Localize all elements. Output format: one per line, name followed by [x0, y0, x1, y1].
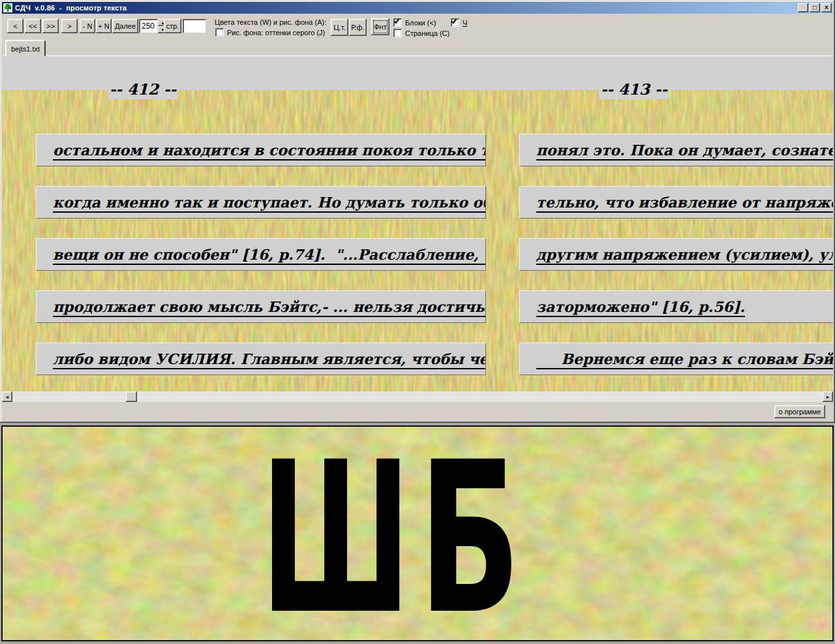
status-bar: о программе	[2, 402, 833, 421]
scroll-right-button[interactable]: ►	[823, 391, 833, 402]
text-line: остальном и находится в состоянии покоя …	[53, 142, 486, 159]
page-number-input[interactable]	[183, 19, 206, 33]
text-line: тельно, что избавление от напряжения мож…	[536, 194, 833, 211]
minimize-icon: _	[801, 6, 805, 12]
maximize-button[interactable]: □	[810, 3, 820, 12]
text-line-strip: тельно, что избавление от напряжения мож…	[519, 186, 833, 219]
main-window: СДЧ v.0.86 - просмотр текста _ □ × < << …	[0, 0, 835, 423]
next-button[interactable]: Далее	[112, 19, 138, 33]
nav-prev-button[interactable]: <<	[25, 19, 41, 33]
grayscale-label: Рис. фона: оттенки серого (J)	[227, 29, 325, 37]
colors-label: Цвета текста (W) и рис. фона (А):	[215, 18, 326, 26]
scrollbar-thumb[interactable]	[126, 391, 137, 402]
page-mode-label: Страница (С)	[405, 29, 449, 37]
eye-chart-letter-sh: Ш	[261, 434, 410, 641]
text-line-strip: понял это. Пока он думает, сознательно и…	[519, 134, 833, 166]
minimize-button[interactable]: _	[798, 3, 808, 12]
eye-chart-panel: Ш Б	[1, 425, 834, 641]
text-line: другим напряжением (усилием), улучшение …	[536, 246, 833, 263]
blocks-label: Блоки (<)	[405, 19, 436, 27]
text-line-strip: продолжает свою мысль Бэйтс,- ... нельзя…	[36, 290, 486, 323]
scroll-left-icon: ◄	[5, 395, 10, 399]
text-line: вещи он не способен" [16, p.74]. "...Рас…	[53, 246, 486, 263]
text-line: либо видом УСИЛИЯ. Главным является, что…	[53, 350, 486, 367]
speed-input[interactable]	[139, 19, 158, 33]
text-line-strip: заторможено" [16, p.56].	[519, 290, 833, 323]
nav-next-button[interactable]: >>	[42, 19, 59, 33]
text-view-area: -- 412 -- -- 413 -- остальном и находитс…	[2, 56, 833, 391]
window-title: СДЧ v.0.86 - просмотр текста	[15, 4, 127, 12]
text-color-button[interactable]: Ц.т.	[331, 19, 348, 36]
minus-n-button[interactable]: - N	[80, 19, 95, 33]
horizontal-scrollbar[interactable]: ◄ ►	[2, 391, 833, 402]
page-number-412: -- 412 --	[108, 78, 177, 99]
ch-label: Ч	[463, 19, 467, 27]
scroll-right-icon: ►	[826, 395, 830, 399]
text-line-strip: либо видом УСИЛИЯ. Главным является, что…	[36, 343, 486, 375]
close-button[interactable]: ×	[821, 3, 832, 12]
maximize-icon: □	[813, 5, 817, 11]
blocks-checkbox[interactable]	[393, 18, 402, 27]
font-button[interactable]: Фнт	[371, 18, 389, 35]
title-bar[interactable]: СДЧ v.0.86 - просмотр текста _ □ ×	[2, 2, 833, 14]
text-line: Вернемся еще раз к словам Бэйтса о том,	[536, 350, 833, 367]
text-line: продолжает свою мысль Бэйтс,- ... нельзя…	[53, 298, 486, 315]
text-line-strip: Вернемся еще раз к словам Бэйтса о том,	[519, 343, 833, 375]
check-icon	[394, 18, 399, 24]
nav-first-button[interactable]: <	[7, 19, 23, 33]
text-line: когда именно так и поступает. Но думать …	[53, 194, 486, 211]
ch-checkbox[interactable]	[451, 18, 459, 27]
text-line-strip: вещи он не способен" [16, p.74]. "...Рас…	[36, 238, 486, 271]
text-line: понял это. Пока он думает, сознательно и…	[536, 142, 833, 159]
eye-chart-letter-b: Б	[419, 434, 521, 641]
text-line-strip: остальном и находится в состоянии покоя …	[36, 134, 486, 166]
scroll-left-button[interactable]: ◄	[2, 391, 12, 402]
text-line-strip: другим напряжением (усилием), улучшение …	[519, 238, 833, 271]
page-mode-checkbox[interactable]	[393, 29, 402, 37]
grass-background	[3, 427, 832, 640]
bg-figure-button[interactable]: Р.ф.	[349, 19, 367, 36]
grayscale-checkbox[interactable]	[215, 28, 224, 37]
about-button[interactable]: о программе	[774, 405, 825, 418]
text-line-strip: когда именно так и поступает. Но думать …	[36, 186, 486, 219]
plus-n-button[interactable]: + N	[96, 19, 112, 33]
text-line: заторможено" [16, p.56].	[536, 298, 745, 315]
nav-last-button[interactable]: >	[61, 19, 78, 33]
tab-bejts1-txt[interactable]: bejts1.txt	[5, 40, 46, 56]
app-tree-icon	[3, 3, 12, 12]
page-number-413: -- 413 --	[599, 78, 669, 99]
check-icon	[451, 18, 457, 24]
tab-bar: bejts1.txt	[2, 38, 833, 56]
close-icon: ×	[825, 5, 828, 11]
goto-page-button[interactable]: стр.	[164, 19, 181, 33]
toolbar: < << >> > - N + N Далее ▲ ▼ стр. Цвета т…	[2, 14, 833, 38]
